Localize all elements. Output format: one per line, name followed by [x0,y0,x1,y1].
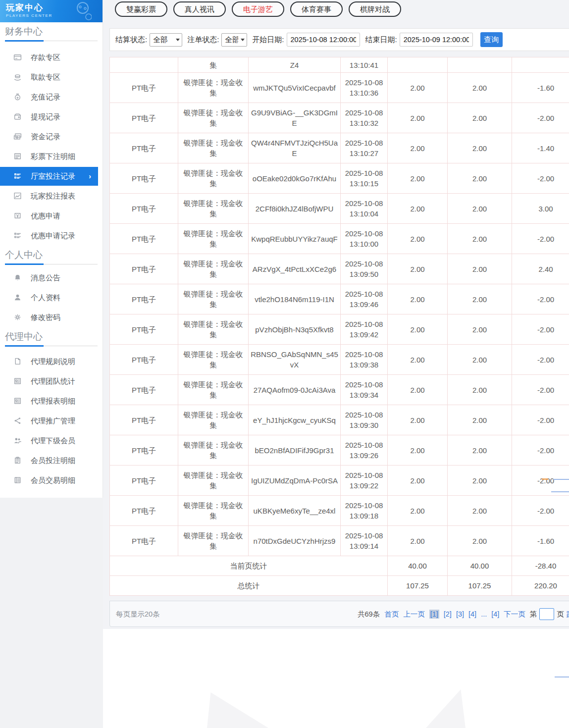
sidebar-section-title: 代理中心 [5,331,103,342]
sidebar-item[interactable]: 存款专区 [0,48,103,67]
summary-bet-amount: 107.25 [388,576,448,596]
table-row: 集Z413:10:41 [110,57,569,73]
table-row: PT电子银弹匪徒：现金收集pVzhObjBh-N3q5Xfkvt82025-10… [110,314,569,345]
cell-bet-time: 2025-10-0813:09:14 [341,526,388,556]
cell-bet-time: 2025-10-0813:09:38 [341,345,388,375]
table-row: PT电子银弹匪徒：现金收集n70tDxGdeUCYzhHrjzs92025-10… [110,526,569,556]
cell-game-name: 银弹匪徒：现金收集 [178,405,249,435]
sidebar-item[interactable]: 代理推广管理 [0,411,103,431]
agent-report-icon [13,397,22,406]
cell-bet-amount: 2.00 [388,526,448,556]
sidebar-item-label: 彩票下注明细 [31,152,75,161]
sidebar-section: 代理中心代理规则说明代理团队统计代理报表明细代理推广管理代理下级会员会员投注明细… [0,331,103,490]
query-button[interactable]: 查询 [480,32,503,47]
summary-win-loss: 220.20 [512,576,569,596]
sidebar-item[interactable]: 代理团队统计 [0,371,103,391]
order-status-label: 注单状态: [187,35,219,45]
end-date-input[interactable] [400,33,473,47]
cell-bet-amount: 2.00 [388,254,448,284]
cell-bet-amount: 2.00 [388,466,448,496]
cell-bet-amount: 2.00 [388,194,448,224]
sidebar-item[interactable]: 代理规则说明 [0,352,103,371]
cell-game-type: PT电子 [110,133,178,163]
cell-order-id: pVzhObjBh-N3q5Xfkvt8 [249,314,341,345]
cell-order-id: wmJKTQu5VixICecpavbf [249,73,341,103]
table-row: PT电子银弹匪徒：现金收集QW4r4NFMVTJziQcH5UaE2025-10… [110,133,569,163]
tab-board-games[interactable]: 棋牌对战 [349,1,401,17]
cell-bet-amount: 2.00 [388,133,448,163]
cell-order-id: 27AQAofm09-0JcAi3Ava [249,375,341,405]
cell-game-name: 银弹匪徒：现金收集 [178,284,249,314]
page-link[interactable]: [4] [491,610,499,618]
cell-game-type: PT电子 [110,496,178,526]
cell-win-loss: -2.00 [512,375,569,405]
cell-win-loss: -2.00 [512,405,569,435]
cell-win-loss: 2.40 [512,254,569,284]
sidebar-item[interactable]: 代理报表明细 [0,391,103,411]
sidebar-item[interactable]: 充值记录 [0,87,103,107]
cell-valid-amount: 2.00 [448,254,512,284]
cell-valid-amount: 2.00 [448,284,512,314]
cell-game-type: PT电子 [110,224,178,254]
sidebar-item[interactable]: 厅室投注记录› [0,167,98,186]
cell-win-loss: -2.00 [512,345,569,375]
start-date-input[interactable] [287,33,360,47]
sidebar-item-label: 提现记录 [31,112,60,122]
member-bets-icon [13,456,22,465]
page-link[interactable]: [4] [468,610,476,618]
page-link[interactable]: 首页 [384,610,399,619]
sidebar-item-label: 代理推广管理 [31,416,75,426]
page-jump-input[interactable] [539,608,554,620]
sidebar-item[interactable]: 优惠申请 [0,206,103,226]
sidebar-item[interactable]: 资金记录 [0,127,103,147]
cell-game-type: PT电子 [110,466,178,496]
cell-bet-amount: 2.00 [388,496,448,526]
table-row: PT电子银弹匪徒：现金收集2CFf8i0khJZ4lBofjWPU2025-10… [110,194,569,224]
cell-bet-time: 2025-10-0813:09:42 [341,314,388,345]
jump-prefix-label: 第 [530,610,537,619]
tab-sports[interactable]: 体育赛事 [290,1,343,17]
cell-bet-time: 2025-10-0813:09:34 [341,375,388,405]
sidebar-item-label: 取款专区 [31,73,60,82]
tab-slots[interactable]: 电子游艺 [232,1,284,17]
cell-bet-amount: 2.00 [388,314,448,345]
sidebar-item[interactable]: 彩票下注明细 [0,147,103,166]
edge-scroll-indicator [551,491,569,492]
cell-valid-amount: 2.00 [448,466,512,496]
sidebar-section-title: 个人中心 [5,250,103,260]
page-link[interactable]: ... [481,610,487,618]
cell-bet-amount: 2.00 [388,435,448,466]
sidebar-item[interactable]: 会员投注明细 [0,451,103,470]
page-link-current[interactable]: [1] [429,610,439,619]
tab-lottery[interactable]: 雙赢彩票 [115,1,167,17]
deposit-icon [13,53,22,62]
page-link[interactable]: [3] [456,610,464,618]
cell-win-loss: -2.00 [512,224,569,254]
sidebar-item[interactable]: 代理下级会员 [0,431,103,451]
page-link[interactable]: 上一页 [403,610,425,619]
sidebar-item-label: 充值记录 [31,93,60,102]
sidebar-item[interactable]: 会员交易明细 [0,470,103,490]
settle-status-select[interactable]: 全部 [150,33,182,47]
sidebar-item[interactable]: 消息公告 [0,268,103,288]
jump-button[interactable]: 跳转 [567,610,569,619]
cell-bet-amount: 2.00 [388,345,448,375]
sidebar-item[interactable]: 取款专区 [0,67,103,87]
tab-live-casino[interactable]: 真人视讯 [173,1,226,17]
order-status-select[interactable]: 全部 [221,33,247,47]
profile-user-icon [13,293,22,302]
cell-bet-amount: 2.00 [388,405,448,435]
sidebar-item[interactable]: 修改密码 [0,308,103,327]
sidebar-item[interactable]: 个人资料 [0,288,103,308]
table-row: PT电子银弹匪徒：现金收集27AQAofm09-0JcAi3Ava2025-10… [110,375,569,405]
cell-win-loss: -1.40 [512,133,569,163]
cell-order-id: G9U9VBiAG-__GK3DGmIE [249,103,341,133]
sidebar-item[interactable]: 优惠申请记录 [0,226,103,246]
page-link[interactable]: [2] [444,610,452,618]
sidebar-item[interactable]: 玩家投注报表 [0,186,103,206]
players-center-page: 玩家中心 PLAYERS CENTER 财务中心存款专区取款专区充值记录提现记录… [0,0,569,728]
sidebar-section: 财务中心存款专区取款专区充值记录提现记录资金记录彩票下注明细厅室投注记录›玩家投… [0,26,103,246]
page-link[interactable]: 下一页 [504,610,525,619]
table-row: PT电子银弹匪徒：现金收集RBNSO_GAbSqNMN_s45vX2025-10… [110,345,569,375]
sidebar-item[interactable]: 提现记录 [0,107,103,127]
